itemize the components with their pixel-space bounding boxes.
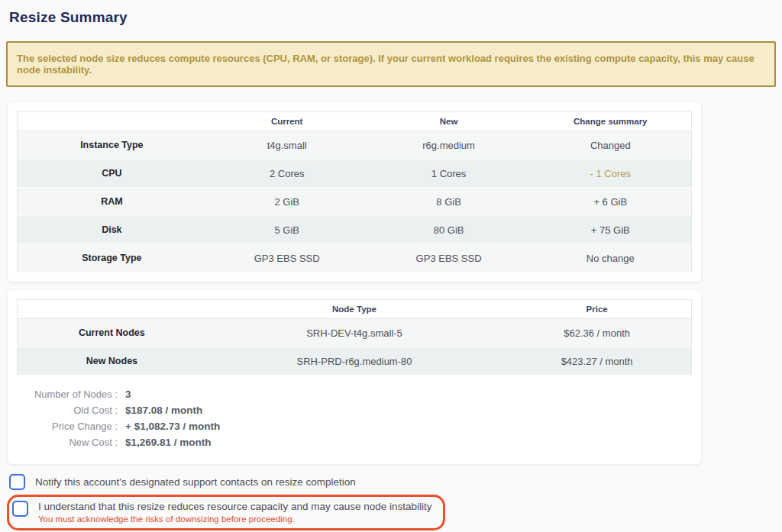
downsize-warning-text: The selected node size reduces compute r… (17, 53, 755, 76)
number-of-nodes-label: Number of Nodes : (18, 386, 118, 402)
old-cost-row: Old Cost : $187.08 / month (18, 402, 692, 418)
header-current: Current (206, 112, 368, 131)
price-change-value: + $1,082.73 / month (125, 418, 220, 434)
header-empty (18, 112, 206, 131)
table-row-current-nodes: Current Nodes SRH-DEV-t4g.small-5 $62.36… (18, 319, 692, 347)
price-change-label: Price Change : (18, 418, 118, 434)
old-cost-label: Old Cost : (18, 402, 118, 418)
header-empty (18, 300, 206, 319)
page-title: Resize Summary (9, 9, 776, 26)
acknowledge-risk-box: I understand that this resize reduces re… (7, 495, 445, 530)
table-row-ram: RAM 2 GiB 8 GiB + 6 GiB (18, 188, 692, 216)
resize-comparison-table: Current New Change summary Instance Type… (17, 111, 692, 272)
table-row-instance-type: Instance Type t4g.small r6g.medium Chang… (18, 131, 692, 160)
table-row-new-nodes: New Nodes SRH-PRD-r6g.medium-80 $423.27 … (18, 347, 692, 376)
acknowledge-risk-label: I understand that this resize reduces re… (38, 501, 432, 512)
resize-summary-page: Resize Summary The selected node size re… (0, 0, 782, 532)
old-cost-value: $187.08 / month (125, 402, 202, 418)
cost-summary: Number of Nodes : 3 Old Cost : $187.08 /… (18, 386, 692, 450)
resize-comparison-card: Current New Change summary Instance Type… (8, 102, 701, 282)
header-new: New (368, 112, 530, 131)
downsize-warning-banner: The selected node size reduces compute r… (6, 41, 776, 87)
table-row-cpu: CPU 2 Cores 1 Cores - 1 Cores (18, 160, 692, 188)
cpu-reduction-value: - 1 Cores (530, 160, 692, 188)
new-cost-row: New Cost : $1,269.81 / month (18, 434, 692, 450)
notify-support-label: Notify this account's designated support… (35, 476, 356, 488)
notify-support-checkbox[interactable] (9, 474, 25, 490)
acknowledge-risk-checkbox[interactable] (12, 501, 28, 517)
header-price: Price (502, 300, 691, 319)
table-header-row: Current New Change summary (18, 112, 692, 131)
number-of-nodes-value: 3 (125, 386, 131, 402)
acknowledge-text-column: I understand that this resize reduces re… (38, 501, 432, 524)
header-node-type: Node Type (206, 300, 503, 319)
notify-support-row: Notify this account's designated support… (9, 474, 776, 490)
node-pricing-card: Node Type Price Current Nodes SRH-DEV-t4… (8, 290, 701, 464)
new-cost-value: $1,269.81 / month (125, 434, 212, 450)
price-change-row: Price Change : + $1,082.73 / month (18, 418, 692, 434)
header-change-summary: Change summary (530, 112, 692, 131)
table-row-storage-type: Storage Type GP3 EBS SSD GP3 EBS SSD No … (18, 244, 692, 272)
number-of-nodes-row: Number of Nodes : 3 (18, 386, 692, 402)
new-cost-label: New Cost : (18, 434, 118, 450)
acknowledge-error-text: You must acknowledge the risks of downsi… (38, 514, 432, 524)
table-header-row: Node Type Price (18, 300, 692, 319)
node-pricing-table: Node Type Price Current Nodes SRH-DEV-t4… (17, 299, 692, 376)
table-row-disk: Disk 5 GiB 80 GiB + 75 GiB (18, 216, 692, 244)
